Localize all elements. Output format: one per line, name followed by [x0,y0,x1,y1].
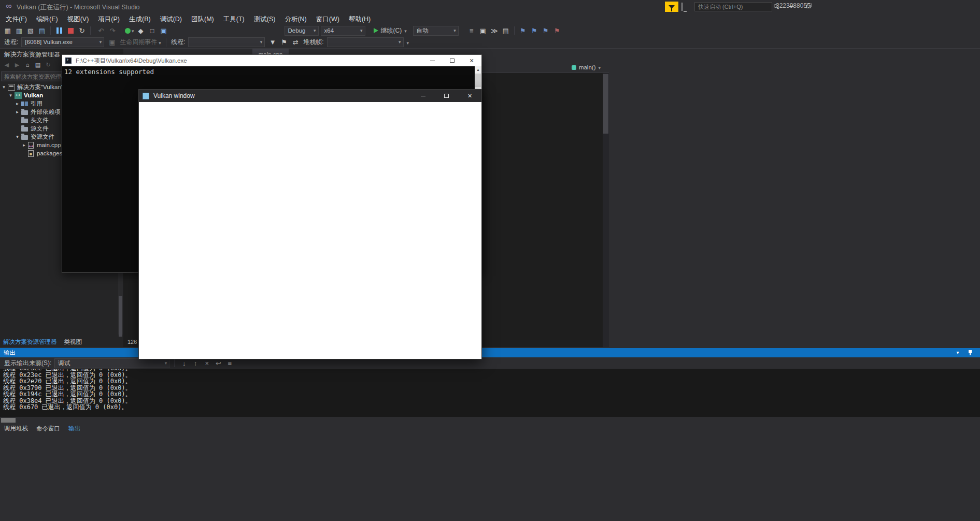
comment-icon[interactable]: ▤ [501,26,510,35]
member-dropdown[interactable]: main() [572,63,601,72]
menu-item[interactable]: 团队(M) [187,13,219,25]
quick-launch-input[interactable] [694,2,772,11]
output-text-area[interactable]: 线程 0x23ec 已退出，返回值为 0 (0x0)。 线程 0x23ec 已退… [0,369,980,417]
menu-item[interactable]: 项目(P) [93,13,124,25]
properties-icon[interactable]: ▤ [34,61,41,68]
separator [174,359,175,367]
tree-expander[interactable] [21,142,27,148]
forward-icon[interactable]: ▶ [13,61,21,68]
goto-message-icon[interactable]: ↓ [179,358,189,368]
team-explorer-icon[interactable]: ▥ [15,26,24,35]
stop-debugging-button[interactable] [66,26,75,35]
panel-tab[interactable]: 解决方案资源管理器 [3,338,57,346]
console-title-bar[interactable]: F:\C++项目\Vulkan\x64\Debug\Vulkan.exe [62,55,481,66]
console-minimize-button[interactable] [422,55,442,66]
menu-item[interactable]: 编辑(E) [32,13,63,25]
menu-item[interactable]: 生成(B) [124,13,155,25]
tree-expander[interactable] [8,93,13,98]
panel-tab[interactable]: 调用堆栈 [4,425,28,432]
find-in-files-icon[interactable]: ≡ [467,26,476,35]
save-all-icon[interactable]: ▣ [159,26,168,35]
menu-item[interactable]: 工具(T) [219,13,249,25]
diagnostics-icon[interactable]: ◆ [136,26,146,35]
send-feedback-button[interactable] [681,3,690,10]
chevron-down-icon [598,64,601,71]
console-maximize-button[interactable] [442,55,462,66]
filter-icon[interactable]: ▼ [268,38,277,47]
undo-icon[interactable]: ↶ [96,26,106,35]
window-title: Vulkan (正在运行) - Microsoft Visual Studio [17,3,140,12]
clear-all-icon[interactable]: × [202,358,211,368]
open-file-icon[interactable]: ▧ [26,26,35,35]
flag-icon[interactable]: ⚑ [279,38,289,47]
tree-expander[interactable] [15,134,20,139]
console-close-button[interactable] [462,55,481,66]
bookmark-next-icon[interactable]: ⚑ [541,26,550,35]
scroll-up-icon[interactable] [475,66,481,73]
vulkan-window-title-bar[interactable]: Vulkan window [139,90,481,102]
panel-tab[interactable]: 输出 [68,425,80,432]
new-file-icon[interactable]: □ [148,26,157,35]
vulkan-minimize-button[interactable] [411,90,435,102]
bookmark-prev-icon[interactable]: ⚑ [530,26,539,35]
word-wrap-icon[interactable]: ↩ [214,358,223,368]
back-icon[interactable]: ◀ [3,61,10,68]
thread-label: 线程: [171,38,185,47]
debug-config-combo[interactable]: Debug [285,26,319,36]
menu-item[interactable]: 测试(S) [249,13,280,25]
scrollbar-thumb[interactable] [603,74,608,134]
prev-message-icon[interactable]: ↑ [191,358,200,368]
tree-item-icon [21,125,29,132]
panel-tab[interactable]: 类视图 [64,338,82,346]
scrollbar-thumb[interactable] [119,296,122,338]
save-icon[interactable]: ▤ [37,26,47,35]
output-horizontal-scrollbar[interactable] [0,417,980,424]
lifecycle-events-icon[interactable]: ▣ [107,38,117,47]
editor-scrollbar[interactable] [603,73,609,347]
stack-frame-combo[interactable] [327,37,404,47]
output-line: 线程 0x670 已退出，返回值为 0 (0x0)。 [3,404,980,411]
bookmark-icon[interactable]: ⚑ [518,26,528,35]
indent-icon[interactable]: ≫ [490,26,499,35]
bookmark-clear-icon[interactable]: ⚑ [552,26,562,35]
menu-item[interactable]: 帮助(H) [344,13,375,25]
restart-button[interactable] [77,26,87,35]
menu-item[interactable]: 文件(F) [1,13,32,25]
vulkan-app-window: Vulkan window [138,89,482,359]
vulkan-window-title: Vulkan window [153,92,195,99]
menu-item[interactable]: 分析(N) [280,13,311,25]
refresh-icon[interactable]: ↻ [45,61,52,68]
home-icon[interactable]: ⌂ [24,61,31,68]
platform-combo[interactable]: x64 [321,26,365,36]
continue-button[interactable]: 继续(C) [374,26,407,35]
process-combo[interactable]: [6068] Vulkan.exe [21,37,104,47]
vulkan-render-surface[interactable] [139,102,481,359]
auto-combo[interactable]: 自动 [413,26,459,36]
window-position-icon[interactable] [954,348,961,357]
tree-expander[interactable] [15,101,20,106]
output-source-combo[interactable]: 调试 [54,358,169,368]
tree-item-icon [15,92,22,99]
intellitrace-button[interactable] [125,27,134,34]
vulkan-maximize-button[interactable] [435,90,458,102]
auto-hide-pin-icon[interactable] [968,350,973,356]
menu-item[interactable]: 视图(V) [63,13,94,25]
scrollbar-thumb[interactable] [475,74,481,87]
tree-expander[interactable] [15,109,20,114]
redo-icon[interactable]: ↷ [108,26,117,35]
toggle-output-icon[interactable]: ≡ [225,358,234,368]
scrollbar-thumb[interactable] [1,418,16,423]
window-layout-icon[interactable]: ▦ [3,26,12,35]
lifecycle-events-button[interactable]: 生命周期事件 [120,38,161,47]
feedback-filter-button[interactable] [665,2,678,12]
chevron-down-icon[interactable] [407,39,409,46]
menu-item[interactable]: 调试(D) [155,13,187,25]
thread-combo[interactable] [188,37,265,47]
menu-item[interactable]: 窗口(W) [311,13,344,25]
swap-icon[interactable]: ⇄ [291,38,300,47]
block-icon[interactable]: ▣ [478,26,488,35]
vulkan-close-button[interactable] [458,90,481,102]
panel-tab[interactable]: 命令窗口 [36,425,60,432]
break-all-button[interactable] [54,26,64,35]
tree-expander[interactable] [1,84,7,90]
